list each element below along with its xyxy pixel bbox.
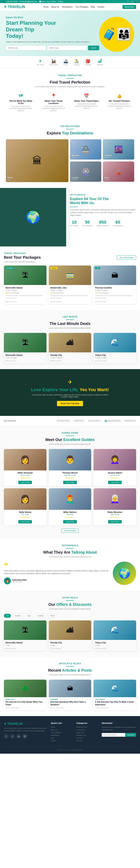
feature-text-2: Lorem ipsum dolor sit amet consectetur a… (41, 105, 67, 112)
partners-section: Our Partners SIGNATURE HARVEST ELEGANCE … (0, 416, 140, 426)
footer-link-about[interactable]: About Us (51, 729, 73, 731)
package-card-1[interactable]: 🏝 Top Rated Sierreville Island 7 Days / … (4, 266, 46, 304)
footer-facebook-icon[interactable]: f (4, 734, 8, 739)
footer-link-contact[interactable]: Contact (51, 740, 73, 742)
footer-cat-beach[interactable]: Beach Tour (76, 732, 98, 734)
tour-packages-section: Travel Packages Best Tour Packages Lorem… (0, 246, 140, 310)
feature-card-4: 👍 40+ Trusted Partners Lorem ipsum dolor… (104, 92, 134, 114)
guide-btn-5[interactable]: View Profile (63, 520, 77, 523)
destination-moscow[interactable]: 🏯 Moscow Russia (70, 139, 101, 160)
deal-card-1[interactable]: 🏝 Sierreville Island 7 Days / 6 Nights $… (4, 333, 46, 363)
footer-linkedin-icon[interactable]: in (16, 734, 21, 739)
offer-image-2: 🏙 (49, 620, 92, 640)
social-linkedin[interactable]: in (132, 1, 133, 3)
book-now-button[interactable]: Book Now (123, 5, 136, 9)
newsletter-email-input[interactable] (102, 733, 125, 737)
newsletter-subscribe-button[interactable]: Subscribe (125, 733, 136, 737)
footer-link-blog[interactable]: Blog (51, 737, 73, 739)
guide-btn-6[interactable]: View Profile (108, 520, 122, 523)
site-logo[interactable]: ✈ TRAVELIN (4, 5, 25, 9)
footer-link-packages[interactable]: Tour Packages (51, 732, 73, 734)
search-button[interactable]: Search (88, 45, 99, 50)
deal-card-3[interactable]: 🌊 Tokyo City 6 Days / 5 Nights $79 /per … (94, 333, 136, 363)
hero-title: Start Planning Your Dream Trip Today! (6, 20, 99, 39)
destination-toronto[interactable]: 🌆 Toronto Canada (103, 139, 134, 160)
deal-meta-2: 5 Days / 4 Nights (50, 357, 90, 359)
nav-packages[interactable]: Tour Packages (75, 6, 88, 8)
offers-title: Our Offers & Discounts (4, 602, 136, 607)
destination-input[interactable] (6, 45, 46, 50)
destination-paris[interactable]: 🗼 Paris France (103, 161, 134, 182)
article-card-3[interactable]: 🌊 Tips & Tricks 6 Job Interview Tips How… (94, 680, 136, 710)
deals-title: The Last Minute Deals (4, 321, 136, 326)
footer-instagram-icon[interactable]: 📷 (23, 734, 27, 739)
footer-cat-mountain[interactable]: Mountain Tour (76, 734, 98, 736)
footer-cat-eco[interactable]: Eco Tour (76, 740, 98, 742)
social-facebook[interactable]: f (128, 1, 128, 3)
deal-price-1: $40 /per person (5, 360, 45, 362)
offer-card-1[interactable]: 🏝 Sierreville Island 7 Days $40 /per per… (4, 620, 46, 651)
travel-mode-cruise: 🚢 Cruise (63, 59, 68, 66)
guide-role-6: Senior Guide (94, 514, 136, 516)
packages-tag: Travel Packages (4, 252, 41, 254)
travel-mode-train: 🚂 Train Travel (49, 59, 58, 66)
tab-asia[interactable]: Asia (25, 614, 33, 618)
calendar-icon: 📅 (73, 93, 99, 99)
guide-card-6: 👩‍🦳 Ruby Winslow Senior Guide ★★★★★ View… (94, 488, 136, 525)
footer-cat-cultural[interactable]: Cultural Tour (76, 729, 98, 731)
guide-btn-4[interactable]: View Profile (18, 520, 32, 523)
tab-america[interactable]: America (35, 614, 46, 618)
world-content-right: Get To Know Us Explore All Tour Of The W… (66, 188, 140, 246)
tab-all[interactable]: All (4, 614, 11, 618)
footer-link-home[interactable]: Home (51, 726, 73, 728)
footer-quick-links: Quick Link Home About Us Tour Packages D… (51, 722, 73, 743)
nav-home[interactable]: Home (43, 6, 48, 8)
deal-title-1: Sierreville Island (5, 354, 45, 356)
guide-btn-2[interactable]: View Profile (63, 481, 77, 484)
article-card-2[interactable]: 🏔 Interview Interview Questions Why Don'… (49, 680, 92, 710)
nav-destinations[interactable]: Destinations (62, 6, 73, 8)
nav-blog[interactable]: Blog (91, 6, 95, 8)
destination-london[interactable]: 🎡 London England (70, 161, 101, 182)
offer-duration-1: 7 Days (5, 644, 45, 646)
footer-quick-links-list: Home About Us Tour Packages Destinations… (51, 726, 73, 742)
deal-body-1: Sierreville Island 7 Days / 6 Nights $40… (4, 352, 46, 363)
guide-btn-3[interactable]: View Profile (108, 481, 122, 484)
article-card-1[interactable]: 🌲 Travel Tips The Internet Is A Little H… (4, 680, 46, 710)
air-icon: ✈ (37, 59, 43, 63)
world-tag: Get To Know Us (70, 194, 136, 196)
testimonials-title: What They Are Talking About (4, 550, 136, 555)
feature-title-1: Tell Us What You Want To Do (8, 100, 34, 104)
social-instagram[interactable]: 📷 (135, 1, 137, 3)
tab-europe[interactable]: Europe (12, 614, 23, 618)
package-body-1: Sierreville Island 7 Days / 6 Nights ⭐ 4… (4, 285, 46, 304)
package-rating-3: ⭐ 4.9 | 20 Reviews (95, 292, 135, 294)
book-trip-button[interactable]: Book Your Trip Now (57, 401, 83, 406)
footer-twitter-icon[interactable]: t (10, 734, 15, 739)
package-title-3: Florena Castello (95, 286, 135, 289)
footer-cat-adventure[interactable]: Adventure Tour (76, 726, 98, 728)
feature-card-2: 📍 Share Your Travel Locations Lorem ipsu… (39, 92, 68, 114)
destination-moscow-label: Moscow Russia (72, 154, 79, 158)
package-card-3[interactable]: 🏔 New Florena Castello 10 Days / 9 Night… (94, 266, 136, 304)
date-input[interactable] (47, 45, 87, 50)
nav-about[interactable]: About Us (51, 6, 59, 8)
package-duration-3: 10 Days / 9 Nights (95, 289, 135, 291)
offer-price-1: $40 /per person (5, 647, 45, 649)
tab-africa[interactable]: Africa (48, 614, 57, 618)
offer-card-3[interactable]: 🌊 Tokyo City 6 Days $79 /per person (94, 620, 136, 651)
view-all-packages-button[interactable]: View all Packages (117, 255, 136, 260)
social-twitter[interactable]: t (130, 1, 130, 3)
footer-cat-city[interactable]: City Tour (76, 737, 98, 739)
guide-card-4: 👩 Nelly Helma Tour Guide ★★★★★ View Prof… (4, 488, 46, 525)
footer-copyright: © 2024 Travelin. All Rights Reserved. (4, 746, 136, 751)
guide-btn-1[interactable]: View Profile (18, 481, 32, 484)
offer-card-2[interactable]: 🏙 Florida City 5 Days $80 /per person (49, 620, 92, 651)
destination-rome[interactable]: 🏛 Rome Italy (6, 139, 68, 182)
deal-card-2[interactable]: 🏙 Florida City 5 Days / 4 Nights $80 /pe… (49, 333, 92, 363)
view-all-guides-button[interactable]: View all Guides (62, 528, 78, 533)
package-price-2: $80 /per person (50, 300, 90, 303)
package-card-2[interactable]: 🚃 Popular Amberville, City 5 Days / 4 Ni… (49, 266, 92, 304)
nav-contact[interactable]: Contact (98, 6, 104, 8)
footer-link-destinations[interactable]: Destinations (51, 734, 73, 736)
